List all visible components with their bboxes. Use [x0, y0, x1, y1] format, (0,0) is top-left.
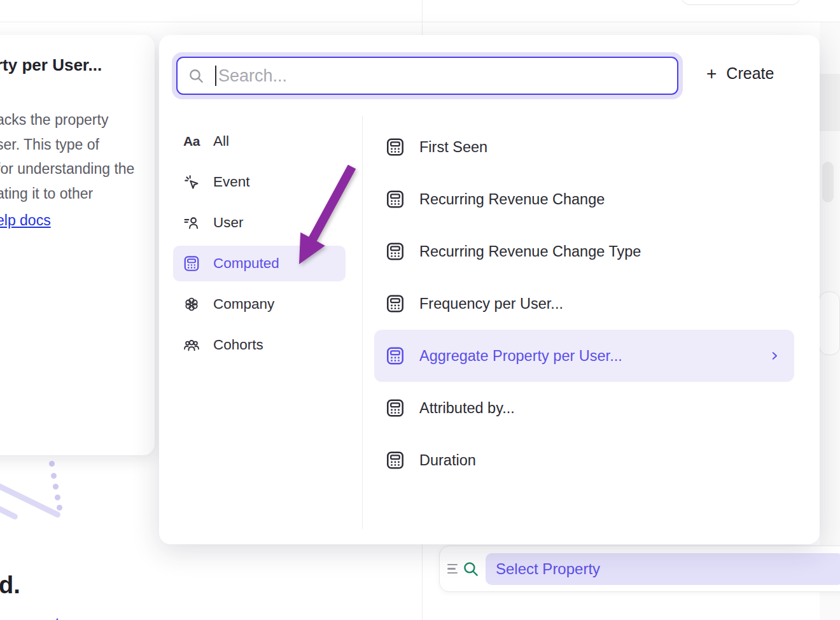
- company-icon: [183, 295, 200, 313]
- select-property-label: Select Property: [496, 560, 600, 578]
- user-icon: [183, 214, 200, 232]
- calculator-icon: [385, 293, 405, 314]
- green-search-icon: [462, 560, 480, 578]
- calculator-icon: [385, 189, 405, 209]
- property-label: Recurring Revenue Change Type: [419, 243, 641, 260]
- background-right-panel-block: [820, 74, 840, 131]
- calculator-icon: [385, 137, 405, 157]
- text-aa-icon: Aa: [183, 134, 200, 149]
- illustration-dot: [55, 495, 60, 500]
- sidebar-item-label: Cohorts: [213, 337, 263, 353]
- screen: d. property rty per User... acks the pro…: [0, 0, 840, 620]
- background-topbar-button: [681, 0, 801, 5]
- property-row-first-seen[interactable]: First Seen: [374, 121, 794, 173]
- plus-icon: +: [706, 65, 717, 83]
- tooltip-body-line: for understanding the: [0, 157, 134, 181]
- background-heading-fragment: d.: [0, 572, 20, 599]
- search-input[interactable]: [218, 66, 677, 86]
- sidebar-item-event[interactable]: Event: [173, 164, 346, 200]
- property-label: Recurring Revenue Change: [419, 191, 605, 208]
- search-icon: [188, 67, 205, 85]
- sidebar-item-computed[interactable]: Computed: [173, 246, 346, 281]
- search-box[interactable]: [176, 57, 678, 95]
- calculator-icon: [183, 255, 200, 272]
- property-label: Attributed by...: [419, 400, 515, 417]
- background-right-panel-blob: [822, 162, 834, 202]
- modal-body: Aa All Event User Computed Company: [159, 116, 820, 529]
- text-cursor: [215, 66, 216, 86]
- property-row-aggregate-property-per-user[interactable]: Aggregate Property per User...: [374, 330, 794, 382]
- property-row-attributed-by[interactable]: Attributed by...: [374, 382, 794, 434]
- background-clipped-link: property: [5, 615, 81, 620]
- property-label: Frequency per User...: [419, 295, 563, 313]
- illustration-dot: [53, 484, 59, 490]
- sidebar-item-label: Event: [213, 174, 250, 190]
- property-row-duration[interactable]: Duration: [374, 434, 794, 486]
- chevron-right-icon: [769, 348, 780, 363]
- sidebar-item-label: User: [213, 215, 244, 231]
- sidebar-item-company[interactable]: Company: [173, 286, 346, 322]
- background-right-panel-card: [819, 292, 840, 355]
- create-button-label: Create: [726, 64, 774, 83]
- sidebar-item-user[interactable]: User: [173, 205, 346, 241]
- tooltip-body-line: acks the property: [0, 108, 134, 132]
- select-property-card: Select Property: [439, 546, 840, 592]
- calculator-icon: [385, 398, 405, 418]
- illustration-dot: [51, 473, 57, 479]
- sidebar-item-cohorts[interactable]: Cohorts: [173, 327, 346, 363]
- property-picker-modal: + Create Aa All Event User Com: [159, 35, 820, 544]
- illustration-dot: [57, 505, 62, 511]
- create-button[interactable]: + Create: [706, 64, 774, 83]
- sidebar-item-all[interactable]: Aa All: [173, 123, 346, 159]
- illustration-dot: [49, 461, 55, 467]
- tooltip-body-line: ating it to other: [0, 181, 134, 206]
- tooltip-body: acks the property ser. This type of for …: [0, 108, 134, 233]
- select-property-button[interactable]: Select Property: [486, 553, 840, 585]
- category-sidebar: Aa All Event User Computed Company: [159, 116, 363, 529]
- sidebar-item-label: All: [213, 133, 229, 150]
- calculator-icon: [385, 241, 405, 262]
- help-docs-link[interactable]: elp docs: [0, 208, 51, 233]
- property-label: Duration: [419, 452, 476, 469]
- property-row-recurring-revenue-change[interactable]: Recurring Revenue Change: [374, 173, 794, 225]
- illustration-line: [0, 497, 18, 520]
- property-label: First Seen: [419, 139, 487, 156]
- event-cursor-icon: [183, 173, 200, 191]
- sidebar-item-label: Computed: [213, 255, 279, 272]
- property-tooltip-card: rty per User... acks the property ser. T…: [0, 35, 155, 455]
- property-label: Aggregate Property per User...: [419, 348, 622, 365]
- tooltip-body-line: ser. This type of: [0, 132, 134, 157]
- tooltip-title: rty per User...: [0, 55, 102, 75]
- calculator-icon: [385, 346, 405, 366]
- sidebar-item-label: Company: [213, 296, 274, 313]
- drag-handle-icon[interactable]: [447, 564, 458, 574]
- cohorts-icon: [183, 336, 200, 354]
- property-list: First Seen Recurring Revenue Change Recu…: [363, 116, 820, 529]
- property-row-recurring-revenue-change-type[interactable]: Recurring Revenue Change Type: [374, 225, 794, 278]
- clipped-link-fragment: property: [5, 615, 69, 620]
- property-row-frequency-per-user[interactable]: Frequency per User...: [374, 278, 794, 330]
- search-focus-ring: [172, 52, 683, 99]
- calculator-icon: [385, 450, 405, 470]
